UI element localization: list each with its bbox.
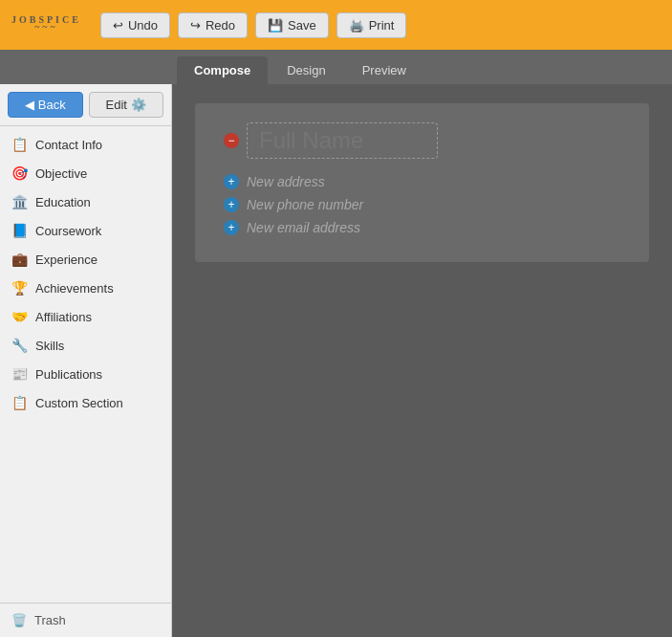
sidebar-item-coursework[interactable]: 📘 Coursework: [0, 216, 171, 245]
gear-icon: ⚙️: [131, 98, 146, 112]
sidebar-item-label: Coursework: [35, 224, 101, 238]
undo-label: Undo: [128, 18, 158, 33]
undo-icon: ↩: [113, 18, 123, 33]
sidebar-item-label: Skills: [35, 339, 64, 353]
main-layout: ◀ Back Edit ⚙️ 📋 Contact Info 🎯 Objectiv…: [0, 84, 672, 637]
trash-button[interactable]: 🗑️ Trash: [0, 603, 171, 637]
sidebar-item-skills[interactable]: 🔧 Skills: [0, 331, 171, 360]
tab-compose[interactable]: Compose: [177, 56, 268, 84]
redo-icon: ↪: [190, 18, 201, 33]
coursework-icon: 📘: [11, 223, 28, 238]
contact-info-icon: 📋: [11, 137, 28, 152]
tab-design[interactable]: Design: [270, 56, 342, 84]
sidebar-item-label: Contact Info: [35, 138, 102, 152]
add-address-item[interactable]: + New address: [224, 174, 620, 189]
education-icon: 🏛️: [11, 194, 28, 209]
sidebar-item-affiliations[interactable]: 🤝 Affiliations: [0, 302, 171, 331]
sidebar-item-publications[interactable]: 📰 Publications: [0, 360, 171, 388]
sidebar-item-label: Affiliations: [35, 310, 92, 324]
nav-list: 📋 Contact Info 🎯 Objective 🏛️ Education …: [0, 126, 171, 603]
trash-label: Trash: [34, 613, 66, 627]
sidebar-item-label: Achievements: [35, 281, 114, 296]
full-name-input[interactable]: [247, 122, 438, 159]
add-address-label: New address: [247, 174, 325, 189]
objective-icon: 🎯: [11, 165, 28, 181]
trash-icon: 🗑️: [11, 613, 27, 627]
redo-button[interactable]: ↪ Redo: [178, 12, 248, 38]
sidebar-item-contact-info[interactable]: 📋 Contact Info: [0, 130, 171, 159]
edit-label: Edit: [106, 98, 127, 112]
sidebar: ◀ Back Edit ⚙️ 📋 Contact Info 🎯 Objectiv…: [0, 84, 172, 637]
resume-editor: − + New address + New phone number + New…: [195, 103, 649, 262]
content-area: − + New address + New phone number + New…: [172, 84, 672, 637]
sidebar-item-custom-section[interactable]: 📋 Custom Section: [0, 388, 171, 417]
custom-section-icon: 📋: [11, 395, 28, 410]
sidebar-item-education[interactable]: 🏛️ Education: [0, 187, 171, 216]
tab-preview[interactable]: Preview: [345, 56, 423, 84]
redo-label: Redo: [206, 18, 235, 33]
experience-icon: 💼: [11, 252, 28, 267]
back-arrow-icon: ◀: [25, 98, 34, 112]
add-phone-item[interactable]: + New phone number: [224, 197, 620, 212]
save-icon: 💾: [268, 18, 283, 33]
undo-button[interactable]: ↩ Undo: [100, 12, 170, 38]
save-label: Save: [288, 18, 316, 33]
edit-button[interactable]: Edit ⚙️: [89, 92, 164, 118]
full-name-section: −: [224, 122, 620, 159]
skills-icon: 🔧: [11, 338, 28, 353]
sidebar-item-objective[interactable]: 🎯 Objective: [0, 159, 171, 187]
app-header: JOBSPICE ~~~ ↩ Undo ↪ Redo 💾 Save 🖨️ Pri…: [0, 0, 672, 50]
sidebar-item-label: Education: [35, 195, 91, 209]
save-button[interactable]: 💾 Save: [255, 12, 329, 38]
sidebar-item-label: Experience: [35, 253, 98, 267]
publications-icon: 📰: [11, 366, 28, 382]
sidebar-item-label: Publications: [35, 367, 102, 382]
sidebar-item-label: Objective: [35, 166, 87, 181]
add-email-button[interactable]: +: [224, 220, 239, 235]
tab-bar: Compose Design Preview: [0, 50, 672, 84]
add-email-item[interactable]: + New email address: [224, 220, 620, 235]
back-button[interactable]: ◀ Back: [8, 92, 83, 118]
app-logo: JOBSPICE ~~~: [11, 18, 81, 32]
back-label: Back: [38, 98, 66, 112]
add-phone-button[interactable]: +: [224, 197, 239, 212]
sidebar-item-achievements[interactable]: 🏆 Achievements: [0, 274, 171, 302]
print-label: Print: [369, 18, 395, 33]
sidebar-item-label: Custom Section: [35, 396, 123, 410]
affiliations-icon: 🤝: [11, 309, 28, 324]
sidebar-item-experience[interactable]: 💼 Experience: [0, 245, 171, 274]
remove-name-button[interactable]: −: [224, 133, 239, 148]
add-phone-label: New phone number: [247, 197, 363, 212]
print-button[interactable]: 🖨️ Print: [336, 12, 407, 38]
print-icon: 🖨️: [349, 18, 364, 33]
achievements-icon: 🏆: [11, 280, 28, 296]
sidebar-controls: ◀ Back Edit ⚙️: [0, 84, 171, 126]
add-email-label: New email address: [247, 220, 360, 235]
add-address-button[interactable]: +: [224, 174, 239, 189]
